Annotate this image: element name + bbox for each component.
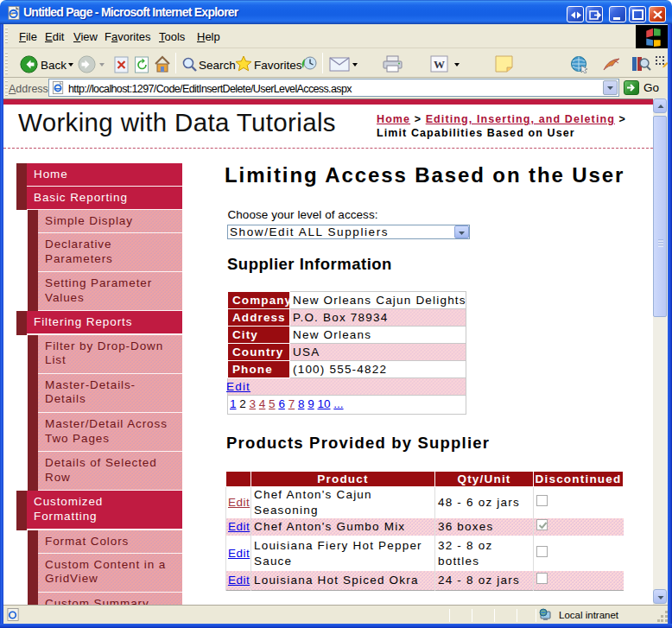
svg-text:W: W [434, 58, 445, 71]
